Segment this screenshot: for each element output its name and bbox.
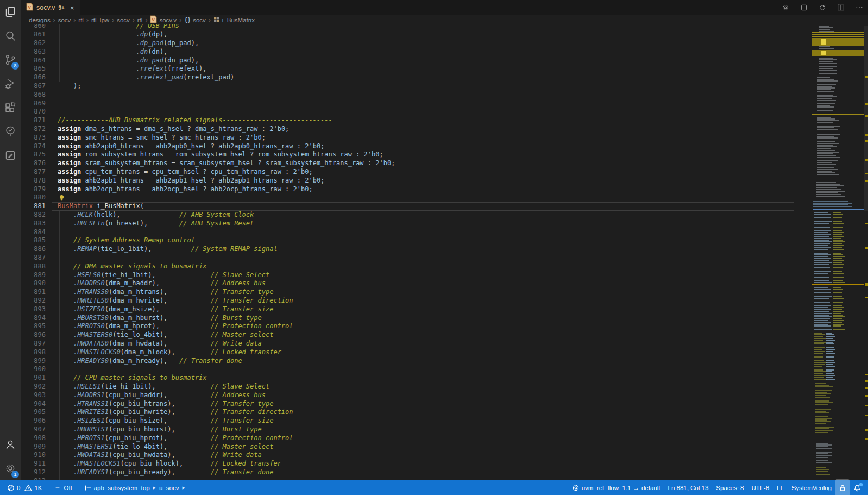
code-line[interactable]: 903 .HADDRS1(cpu_biu_haddr), // Address …	[21, 391, 794, 400]
line-number[interactable]: 864	[21, 57, 46, 65]
code-line[interactable]: 890 .HADDRS0(dma_m_haddr), // Address bu…	[21, 279, 794, 288]
line-number[interactable]: 902	[21, 383, 46, 391]
line-number[interactable]: 875	[21, 151, 46, 159]
code-line[interactable]: 894 .HBURSTS0(dma_m_hburst), // Burst ty…	[21, 314, 794, 323]
code-line[interactable]: 869	[21, 99, 794, 108]
code-line[interactable]: 883 .HRESETn(n_hreset), // AHB System Re…	[21, 220, 794, 228]
code-line[interactable]: 902 .HSELS1(tie_hi_1bit), // Slave Selec…	[21, 383, 794, 391]
code-line[interactable]: 873assign smc_htrans = smc_hsel ? smc_ht…	[21, 134, 794, 142]
code-line[interactable]: 892 .HWRITES0(dma_m_hwrite), // Transfer…	[21, 297, 794, 305]
activity-item-explorer[interactable]	[0, 0, 21, 24]
activity-item-testing-tree[interactable]	[0, 120, 21, 143]
code-line[interactable]: 862 .dp_pad(dp_pad),	[21, 39, 794, 48]
code-line[interactable]: 893 .HSIZES0(dma_m_hsize), // Transfer s…	[21, 305, 794, 314]
activity-item-source-control[interactable]: 8	[0, 48, 21, 72]
line-number[interactable]: 884	[21, 228, 46, 237]
breadcrumb-item-designs[interactable]: designs	[29, 17, 51, 23]
scrollbar-overview-ruler[interactable]	[864, 24, 868, 480]
minimap[interactable]	[794, 24, 864, 480]
code-line[interactable]: 866 .rrefext_pad(rrefext_pad)	[21, 73, 794, 82]
activity-item-notebook-edit[interactable]	[0, 143, 21, 167]
line-number[interactable]: 909	[21, 443, 46, 452]
indentation-setting[interactable]: Spaces: 8	[712, 480, 747, 495]
line-number[interactable]: 905	[21, 408, 46, 417]
line-number[interactable]: 893	[21, 305, 46, 314]
line-number[interactable]: 907	[21, 425, 46, 434]
code-line[interactable]: 860 // USB Pins	[21, 24, 794, 30]
code-line[interactable]: 872assign dma_s_htrans = dma_s_hsel ? dm…	[21, 125, 794, 134]
activity-item-account[interactable]	[0, 433, 21, 456]
activity-item-extensions[interactable]	[0, 96, 21, 120]
code-line[interactable]: 868	[21, 91, 794, 99]
code-line[interactable]: 882 .HCLK(hclk), // AHB System Clock	[21, 211, 794, 220]
line-number[interactable]: 899	[21, 357, 46, 366]
line-number[interactable]: 866	[21, 73, 46, 82]
code-line[interactable]: 900	[21, 365, 794, 374]
code-line[interactable]: 876assign sram_subsystem_htrans = sram_s…	[21, 159, 794, 168]
code-line[interactable]: 884	[21, 228, 794, 237]
code-line[interactable]: 885 // System Address Remap control	[21, 236, 794, 245]
code-line[interactable]: 896 .HMASTERS0(tie_lo_4bit), // Master s…	[21, 331, 794, 340]
breadcrumb-item-socv[interactable]: socv	[117, 17, 130, 23]
line-number[interactable]: 874	[21, 142, 46, 151]
line-number[interactable]: 887	[21, 254, 46, 262]
code-line[interactable]: 865 .rrefext(rrefext),	[21, 65, 794, 73]
activity-item-settings[interactable]: 1	[0, 456, 21, 480]
line-number[interactable]: 888	[21, 262, 46, 271]
line-number[interactable]: 883	[21, 220, 46, 228]
code-line[interactable]: 904 .HTRANSS1(cpu_biu_htrans), // Transf…	[21, 400, 794, 409]
tab-close-icon[interactable]: ×	[70, 4, 74, 11]
encoding-setting[interactable]: UTF-8	[747, 480, 773, 495]
code-line[interactable]: 897 .HWDATAS0(dma_m_hwdata), // Write da…	[21, 340, 794, 348]
lock-indicator[interactable]	[835, 479, 850, 495]
code-line[interactable]: 879assign ahb2ocp_htrans = ahb2ocp_hsel …	[21, 185, 794, 194]
breadcrumb-item-socv.v[interactable]: Vsocv.v	[150, 15, 177, 24]
line-number[interactable]: 861	[21, 30, 46, 39]
line-number[interactable]: 868	[21, 91, 46, 99]
line-number[interactable]: 896	[21, 331, 46, 340]
line-number[interactable]: 885	[21, 236, 46, 245]
line-number[interactable]: 908	[21, 434, 46, 443]
code-line[interactable]: 909 .HMASTERS1(tie_lo_4bit), // Master s…	[21, 443, 794, 452]
line-number[interactable]: 871	[21, 116, 46, 125]
code-line[interactable]: 881BusMatrix i_BusMatrix(	[21, 202, 794, 211]
line-number[interactable]: 901	[21, 374, 46, 383]
line-number[interactable]: 889	[21, 271, 46, 280]
code-line[interactable]: 911 .HMASTLOCKS1(cpu_biu_hlock), // Lock…	[21, 460, 794, 468]
line-number[interactable]: 867	[21, 82, 46, 91]
code-line[interactable]: 901 // CPU master signals to busmatrix	[21, 374, 794, 383]
breadcrumb-item-rtl[interactable]: rtl	[137, 17, 143, 23]
code-line[interactable]: 899 .HREADYS0(dma_m_hready), // Transfer…	[21, 357, 794, 366]
line-number[interactable]: 879	[21, 185, 46, 194]
eol-setting[interactable]: LF	[773, 480, 788, 495]
line-number[interactable]: 882	[21, 211, 46, 220]
code-line[interactable]: 905 .HWRITES1(cpu_biu_hwrite), // Transf…	[21, 408, 794, 417]
line-number[interactable]: 863	[21, 48, 46, 57]
code-line[interactable]: 889 .HSELS0(tie_hi_1bit), // Slave Selec…	[21, 271, 794, 280]
filter-toggle[interactable]: Off	[50, 480, 76, 495]
line-number[interactable]: 892	[21, 297, 46, 305]
code-line[interactable]: 875assign rom_subsystem_htrans = rom_sub…	[21, 151, 794, 159]
scrollbar-thumb[interactable]	[864, 26, 868, 211]
sync-icon[interactable]	[818, 3, 827, 12]
line-number[interactable]: 872	[21, 125, 46, 134]
line-number[interactable]: 904	[21, 400, 46, 409]
breadcrumb-item-socv[interactable]: socv	[58, 17, 71, 23]
line-number[interactable]: 873	[21, 134, 46, 142]
language-mode[interactable]: SystemVerilog	[788, 480, 835, 495]
code-line[interactable]: 878assign ahb2apb1_htrans = ahb2apb1_hse…	[21, 177, 794, 185]
line-number[interactable]: 897	[21, 340, 46, 348]
code-line[interactable]: 886 .REMAP(tie_lo_1bit), // System REMAP…	[21, 245, 794, 254]
code-line[interactable]: 912 .HREADYS1(cpu_biu_hready), // Transf…	[21, 468, 794, 477]
problems-indicator[interactable]: 0 1K	[3, 480, 46, 495]
line-number[interactable]: 903	[21, 391, 46, 400]
split-editor-icon[interactable]	[836, 3, 845, 12]
line-number[interactable]: 898	[21, 348, 46, 357]
line-number[interactable]: 865	[21, 65, 46, 73]
line-number[interactable]: 886	[21, 245, 46, 254]
line-number[interactable]: 862	[21, 39, 46, 48]
activity-item-search[interactable]	[0, 24, 21, 48]
notifications-bell[interactable]	[850, 480, 865, 495]
code-line[interactable]: 870	[21, 108, 794, 116]
code-line[interactable]: 877assign cpu_tcm_htrans = cpu_tcm_hsel …	[21, 168, 794, 177]
